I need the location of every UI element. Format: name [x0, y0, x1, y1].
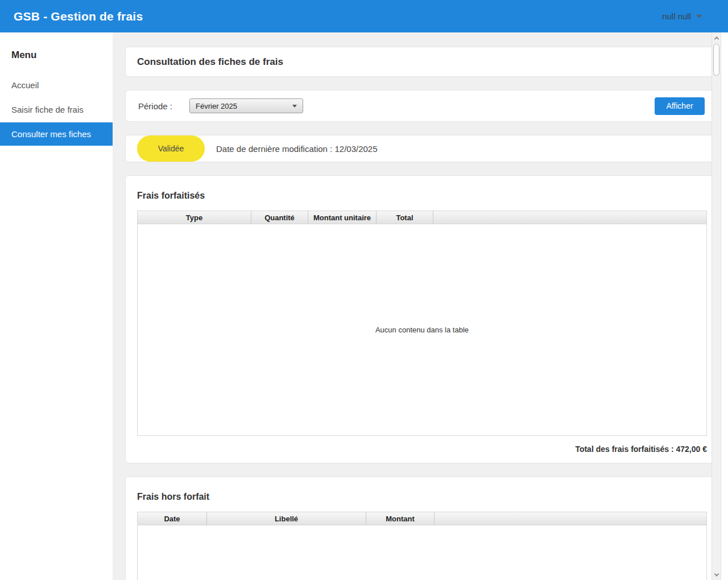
frais-forfaitises-title: Frais forfaitisés	[137, 191, 707, 201]
chevron-up-icon	[714, 36, 718, 41]
chevron-down-icon	[292, 105, 297, 108]
empty-table-message: Aucun contenu dans la table	[375, 326, 469, 334]
modification-date: Date de dernière modification : 12/03/20…	[216, 144, 378, 154]
sidebar: Menu Accueil Saisir fiche de frais Consu…	[0, 32, 113, 580]
frais-forfaitises-table-header: Type Quantité Montant unitaire Total	[137, 211, 707, 224]
app-header: GSB - Gestion de frais null null	[0, 0, 728, 32]
frais-hors-forfait-card: Frais hors forfait Date Libellé Montant	[125, 476, 719, 580]
periode-label: Période :	[138, 101, 172, 111]
status-badge: Validée	[137, 135, 205, 162]
user-name: null null	[662, 11, 691, 21]
scroll-down-arrow[interactable]	[712, 570, 721, 579]
column-header-libelle: Libellé	[207, 512, 366, 525]
afficher-button[interactable]: Afficher	[655, 97, 705, 115]
column-header-montant-unitaire: Montant unitaire	[308, 211, 377, 224]
sidebar-nav: Accueil Saisir fiche de frais Consulter …	[0, 73, 113, 146]
periode-select[interactable]: Février 2025	[189, 98, 303, 113]
frais-hors-forfait-table-header: Date Libellé Montant	[137, 512, 707, 525]
column-header-quantite: Quantité	[251, 211, 308, 224]
column-header-empty	[433, 211, 706, 224]
sidebar-title: Menu	[0, 42, 113, 73]
sidebar-item-consulter-fiches[interactable]: Consulter mes fiches	[0, 122, 113, 146]
page-title: Consultation des fiches de frais	[137, 56, 283, 68]
total-frais-forfaitises: Total des frais forfaitisés : 472,00 €	[137, 445, 707, 454]
frais-forfaitises-table-body: Aucun contenu dans la table	[137, 224, 707, 436]
chevron-down-icon	[714, 571, 718, 576]
period-filter-card: Période : Février 2025 Afficher	[125, 90, 719, 122]
status-card: Validée Date de dernière modification : …	[125, 135, 719, 162]
sidebar-item-saisir-fiche[interactable]: Saisir fiche de frais	[0, 98, 113, 121]
chevron-down-icon	[696, 15, 702, 18]
column-header-empty	[435, 512, 706, 525]
page-title-card: Consultation des fiches de frais	[125, 47, 719, 77]
window-right-edge	[721, 32, 728, 580]
scrollbar-thumb[interactable]	[713, 44, 719, 76]
column-header-date: Date	[138, 512, 207, 525]
sidebar-item-accueil[interactable]: Accueil	[0, 73, 113, 97]
frais-hors-forfait-table-body	[137, 525, 707, 580]
vertical-scrollbar[interactable]	[712, 32, 721, 580]
column-header-type: Type	[138, 211, 251, 224]
user-menu[interactable]: null null	[662, 11, 702, 21]
scroll-up-arrow[interactable]	[712, 33, 721, 43]
periode-selected-value: Février 2025	[196, 102, 237, 110]
app-title: GSB - Gestion de frais	[14, 10, 143, 23]
frais-hors-forfait-title: Frais hors forfait	[137, 492, 707, 502]
app-window: GSB - Gestion de frais null null Menu Ac…	[0, 0, 728, 580]
column-header-total: Total	[377, 211, 433, 224]
column-header-montant: Montant	[366, 512, 435, 525]
main-content: Consultation des fiches de frais Période…	[113, 32, 721, 580]
frais-forfaitises-card: Frais forfaitisés Type Quantité Montant …	[125, 175, 719, 463]
